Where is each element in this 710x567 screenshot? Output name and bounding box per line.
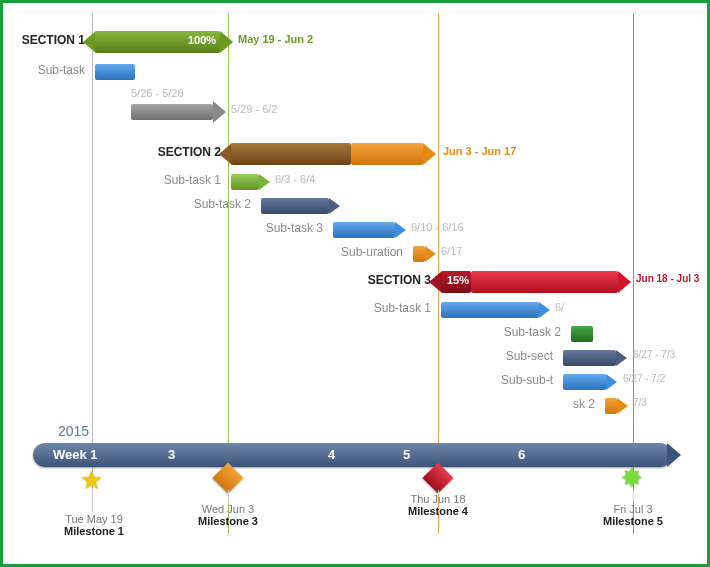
milestone1-wrap: Tue May 19 Milestone 1	[49, 513, 139, 537]
s3-task1-side: 6/	[555, 301, 564, 313]
milestone4-date: Thu Jun 18	[393, 493, 483, 505]
tick-3: 3	[168, 447, 175, 462]
s1-task1-label: Sub-task	[3, 63, 85, 77]
milestone5-burst-icon: ✸	[621, 463, 643, 494]
section2-bar-a	[231, 143, 351, 165]
section2-arrow-right	[423, 143, 436, 165]
tick-4: 4	[328, 447, 335, 462]
s3-task3-label: Sub-sect	[3, 349, 553, 363]
s3-task1-label: Sub-task 1	[3, 301, 431, 315]
milestone3-label: Milestone 3	[183, 515, 273, 527]
s3-task2-bar	[571, 326, 593, 342]
s3-task5-bar	[605, 398, 617, 414]
s2-task1-label: Sub-task 1	[3, 173, 221, 187]
time-axis: Week 1 3 4 5 6	[33, 443, 672, 467]
gantt-frame: SECTION 1 100% May 19 - Jun 2 Sub-task 5…	[0, 0, 710, 567]
milestone4-diamond-icon	[422, 462, 453, 493]
section2-dates: Jun 3 - Jun 17	[443, 145, 516, 157]
s2-task4-side: 6/17	[441, 245, 462, 257]
s3-task5-label: sk 2	[3, 397, 595, 411]
axis-arrow	[667, 443, 681, 467]
milestone5-wrap: Fri Jul 3 Milestone 5	[588, 503, 678, 527]
section1-label: SECTION 1	[3, 33, 85, 47]
tick-5: 5	[403, 447, 410, 462]
s3-task4-bar	[563, 374, 606, 390]
tick-6: 6	[518, 447, 525, 462]
s3-task4-arrow	[606, 374, 617, 390]
s3-task3-side: 6/27 - 7/3	[633, 349, 675, 360]
s2-task4-bar	[413, 246, 425, 262]
section3-arrow-right	[618, 271, 631, 293]
milestone3-date: Wed Jun 3	[183, 503, 273, 515]
milestone5-date: Fri Jul 3	[588, 503, 678, 515]
section3-bar	[471, 271, 618, 293]
section1-dates: May 19 - Jun 2	[238, 33, 313, 45]
milestone1-label: Milestone 1	[49, 525, 139, 537]
s1-task2-arrow	[213, 101, 226, 123]
section2-bar-b	[351, 143, 423, 165]
s2-task3-bar	[333, 222, 395, 238]
milestone3-diamond-icon	[212, 462, 243, 493]
s3-task5-arrow	[617, 398, 628, 414]
s2-task1-side: 6/3 - 6/4	[275, 173, 315, 185]
s2-task2-bar	[261, 198, 329, 214]
s2-task3-label: Sub-task 3	[3, 221, 323, 235]
s3-task1-bar	[441, 302, 539, 318]
s2-task2-arrow	[329, 198, 340, 214]
ms1-tail	[92, 490, 93, 512]
milestone4-label: Milestone 4	[393, 505, 483, 517]
s3-task1-arrow	[539, 302, 550, 318]
s1-task2-bar	[131, 104, 213, 120]
ms4-tail	[438, 490, 439, 494]
tick-week1: Week 1	[53, 447, 98, 462]
section3-pct: 15%	[447, 274, 469, 286]
milestone1-date: Tue May 19	[49, 513, 139, 525]
milestone5-label: Milestone 5	[588, 515, 678, 527]
section2-label: SECTION 2	[3, 145, 221, 159]
s2-task4-label: Sub-uration	[3, 245, 403, 259]
milestone3-wrap: Wed Jun 3 Milestone 3	[183, 503, 273, 527]
ms3-tail	[228, 490, 229, 502]
section1-arrow-right	[220, 31, 233, 53]
s3-task4-side: 6/27 - 7/2	[623, 373, 665, 384]
s1-task2-side: 5/29 - 6/2	[231, 103, 277, 115]
s2-task2-label: Sub-task 2	[3, 197, 251, 211]
s1-task1-bar	[95, 64, 135, 80]
s3-task3-bar	[563, 350, 616, 366]
s2-task4-arrow	[425, 246, 436, 262]
s2-task3-side: 6/10 - 6/16	[411, 221, 464, 233]
s2-task1-arrow	[259, 174, 270, 190]
section1-pct: 100%	[188, 34, 216, 46]
milestone4-wrap: Thu Jun 18 Milestone 4	[393, 493, 483, 517]
s3-task4-label: Sub-sub-t	[3, 373, 553, 387]
s2-task3-arrow	[395, 222, 406, 238]
ms5-tail	[633, 490, 634, 502]
section3-label: SECTION 3	[3, 273, 431, 287]
s3-task3-arrow	[616, 350, 627, 366]
section3-dates: Jun 18 - Jul 3	[636, 273, 699, 284]
axis-year: 2015	[58, 423, 89, 439]
s3-task2-label: Sub-task 2	[3, 325, 561, 339]
s2-task1-bar	[231, 174, 259, 190]
s1-task2-top: 5/26 - 5/28	[131, 87, 184, 99]
s3-task5-side: 7/3	[633, 397, 647, 408]
